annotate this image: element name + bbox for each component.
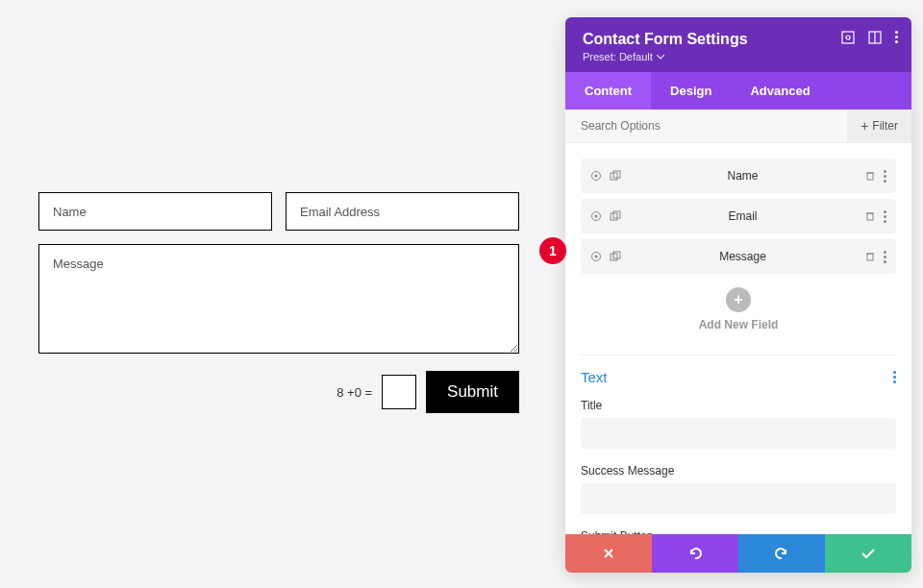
undo-icon — [687, 547, 703, 560]
svg-point-1 — [846, 36, 850, 39]
trash-icon[interactable] — [864, 251, 876, 262]
redo-icon — [774, 547, 789, 560]
save-button[interactable] — [825, 534, 911, 573]
tab-content[interactable]: Content — [565, 72, 651, 110]
panel-footer — [565, 534, 911, 573]
field-label: Name — [621, 169, 864, 183]
trash-icon[interactable] — [864, 170, 876, 182]
more-icon[interactable] — [884, 210, 886, 223]
input-success[interactable] — [581, 483, 896, 514]
svg-rect-0 — [842, 32, 854, 43]
more-icon[interactable] — [884, 251, 886, 263]
section-more-icon[interactable] — [893, 371, 896, 383]
duplicate-icon[interactable] — [610, 210, 621, 222]
name-input[interactable] — [38, 192, 272, 231]
add-field-button[interactable]: + — [726, 287, 751, 312]
panel-tabs: Content Design Advanced — [565, 72, 911, 110]
field-row-email[interactable]: Email — [581, 199, 896, 233]
undo-button[interactable] — [652, 534, 738, 573]
plus-icon: + — [861, 119, 868, 133]
field-left-icons — [590, 210, 621, 222]
search-input[interactable] — [565, 110, 847, 142]
search-bar: + Filter — [565, 110, 911, 143]
field-right-icons — [864, 210, 886, 223]
field-label: Message — [621, 250, 864, 263]
contact-form: 8 +0 = Submit — [38, 192, 519, 413]
gear-icon[interactable] — [590, 170, 602, 182]
email-input[interactable] — [286, 192, 519, 231]
fields-list: Name Email — [565, 143, 911, 355]
field-left-icons — [590, 251, 621, 262]
more-icon[interactable] — [884, 170, 886, 183]
page-canvas: 8 +0 = Submit — [0, 0, 558, 588]
gear-icon[interactable] — [590, 251, 602, 262]
svg-point-17 — [595, 256, 598, 258]
svg-rect-20 — [867, 254, 873, 260]
filter-button[interactable]: + Filter — [847, 110, 911, 142]
settings-panel: Contact Form Settings Preset: Default Co… — [565, 17, 911, 573]
cancel-button[interactable] — [565, 534, 652, 573]
svg-rect-8 — [867, 173, 873, 180]
label-title: Title — [581, 399, 896, 412]
svg-rect-14 — [867, 213, 873, 220]
captcha-label: 8 +0 = — [337, 385, 372, 400]
field-right-icons — [864, 170, 886, 183]
text-group-success: Success Message — [581, 464, 896, 514]
trash-icon[interactable] — [864, 210, 876, 222]
preset-selector[interactable]: Preset: Default — [583, 51, 894, 62]
message-input[interactable] — [38, 244, 519, 354]
panel-body: + Filter Name Em — [565, 110, 911, 534]
submit-button[interactable]: Submit — [426, 371, 519, 413]
add-new-field: + Add New Field — [581, 280, 896, 347]
step-badge-1: 1 — [539, 237, 566, 264]
field-left-icons — [590, 170, 621, 182]
field-label: Email — [621, 209, 864, 223]
input-title[interactable] — [581, 418, 896, 449]
panel-header-icons — [841, 31, 898, 44]
text-section-title: Text — [581, 369, 608, 385]
form-row-1 — [38, 192, 519, 231]
field-row-message[interactable]: Message — [581, 239, 896, 274]
field-row-name[interactable]: Name — [581, 159, 896, 193]
tab-advanced[interactable]: Advanced — [731, 72, 829, 110]
filter-label: Filter — [872, 119, 898, 133]
captcha-input[interactable] — [382, 375, 416, 409]
panel-header: Contact Form Settings Preset: Default — [565, 17, 911, 72]
duplicate-icon[interactable] — [610, 170, 621, 182]
text-group-title: Title — [581, 399, 896, 449]
tab-design[interactable]: Design — [651, 72, 731, 110]
field-right-icons — [864, 251, 886, 263]
gear-icon[interactable] — [590, 210, 602, 222]
expand-icon[interactable] — [868, 31, 882, 44]
submit-row: 8 +0 = Submit — [38, 371, 519, 413]
help-icon[interactable] — [841, 31, 855, 44]
close-icon — [602, 547, 615, 560]
add-field-label: Add New Field — [581, 318, 896, 331]
check-icon — [861, 548, 876, 559]
redo-button[interactable] — [738, 534, 825, 573]
svg-point-5 — [595, 175, 598, 178]
text-section-header: Text — [581, 369, 896, 385]
text-section: Text Title Success Message Submit Button — [565, 355, 911, 534]
preset-label: Preset: Default — [583, 51, 653, 62]
label-success: Success Message — [581, 464, 896, 478]
duplicate-icon[interactable] — [610, 251, 621, 262]
menu-dots-icon[interactable] — [895, 31, 898, 44]
svg-point-11 — [595, 215, 598, 218]
chevron-down-icon — [657, 55, 664, 60]
